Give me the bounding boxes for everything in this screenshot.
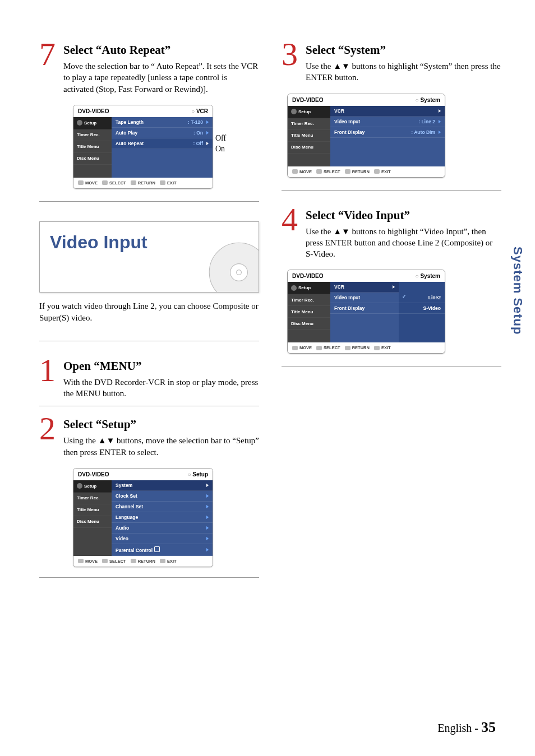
osd-sidebar: Setup Timer Rec. Title Menu Disc Menu bbox=[288, 106, 330, 166]
sidebar-item-title-menu: Title Menu bbox=[288, 130, 330, 142]
sidebar-item-timer-rec: Timer Rec. bbox=[73, 493, 112, 504]
step-3: 3 Select “System” Use the ▲▼ buttons to … bbox=[282, 42, 501, 84]
key-icon bbox=[292, 169, 298, 174]
key-icon bbox=[78, 559, 84, 563]
row-front-display: Front Display: Auto Dim bbox=[330, 127, 445, 138]
chevron-right-icon bbox=[206, 537, 209, 540]
page-footer: English - 35 bbox=[437, 719, 496, 736]
osd-sidebar: Setup Timer Rec. Title Menu Disc Menu bbox=[73, 117, 112, 178]
sidebar-item-disc-menu: Disc Menu bbox=[73, 153, 112, 165]
key-icon bbox=[131, 180, 136, 185]
chevron-right-icon bbox=[206, 526, 209, 530]
osd-footer-hints: MOVE SELECT RETURN EXIT bbox=[73, 556, 213, 567]
row-system: System bbox=[112, 480, 213, 491]
row-video-input: Video Input: Line 2 bbox=[330, 117, 445, 127]
gear-icon bbox=[291, 109, 297, 114]
separator bbox=[39, 201, 259, 202]
chevron-right-icon bbox=[206, 516, 209, 519]
option-s-video: S-Video bbox=[399, 303, 445, 314]
osd-device-label: DVD-VIDEO bbox=[78, 108, 109, 114]
osd-footer-hints: MOVE SELECT RETURN EXIT bbox=[288, 166, 445, 177]
chevron-right-icon bbox=[393, 285, 395, 289]
osd-section-label: System bbox=[416, 273, 440, 279]
row-tape-length: Tape Length: T-120 bbox=[112, 117, 213, 128]
chevron-right-icon bbox=[206, 120, 209, 124]
osd-options-panel: x Line2 S-Video bbox=[399, 282, 445, 342]
separator bbox=[282, 190, 501, 191]
sidebar-item-timer-rec: Timer Rec. bbox=[288, 294, 330, 306]
osd-footer-hints: MOVE SELECT RETURN EXIT bbox=[288, 342, 445, 353]
key-icon bbox=[345, 169, 350, 174]
disc-icon bbox=[208, 242, 259, 293]
side-tab-label: System Setup bbox=[510, 247, 525, 335]
key-icon bbox=[131, 559, 136, 563]
check-icon bbox=[403, 295, 407, 300]
row-parental-control: Parental Control bbox=[112, 544, 213, 556]
step-number: 4 bbox=[282, 207, 298, 232]
osd-sidebar: Setup Timer Rec. Title Menu Disc Menu bbox=[73, 480, 112, 556]
step-number: 1 bbox=[39, 358, 56, 383]
separator bbox=[282, 366, 501, 367]
key-icon bbox=[78, 180, 84, 185]
row-vcr-header: VCR bbox=[330, 106, 445, 117]
row-front-display: Front Display bbox=[330, 303, 399, 314]
osd-section-label: VCR bbox=[191, 108, 208, 114]
key-icon bbox=[374, 169, 380, 174]
osd-device-label: DVD-VIDEO bbox=[78, 471, 109, 477]
sidebar-item-title-menu: Title Menu bbox=[288, 306, 330, 318]
gear-icon bbox=[77, 120, 82, 126]
sidebar-item-timer-rec: Timer Rec. bbox=[73, 129, 112, 141]
sidebar-item-title-menu: Title Menu bbox=[73, 141, 112, 153]
key-icon bbox=[160, 180, 165, 185]
key-icon bbox=[102, 180, 108, 185]
key-icon bbox=[292, 346, 298, 350]
sidebar-item-disc-menu: Disc Menu bbox=[73, 516, 112, 528]
gear-icon bbox=[77, 483, 82, 489]
chevron-right-icon bbox=[206, 142, 209, 145]
separator bbox=[39, 341, 259, 341]
chevron-right-icon bbox=[439, 131, 441, 134]
row-vcr-header: VCR bbox=[330, 282, 399, 293]
key-icon bbox=[374, 346, 380, 350]
step-description: Use the ▲▼ buttons to highlight “System”… bbox=[306, 61, 501, 84]
step-title: Open “MENU” bbox=[63, 359, 259, 373]
chevron-right-icon bbox=[206, 548, 209, 551]
step-title: Select “Video Input” bbox=[306, 208, 501, 222]
row-language: Language bbox=[112, 512, 213, 523]
section-description: If you watch video through Line 2, you c… bbox=[39, 300, 259, 324]
row-auto-play: Auto Play: On bbox=[112, 128, 213, 138]
step-title: Select “Setup” bbox=[63, 418, 259, 432]
osd-footer-hints: MOVE SELECT RETURN EXIT bbox=[73, 178, 213, 188]
key-icon bbox=[316, 346, 322, 350]
step-7: 7 Select “Auto Repeat” Move the selectio… bbox=[39, 42, 259, 95]
sidebar-item-disc-menu: Disc Menu bbox=[288, 142, 330, 154]
key-icon bbox=[316, 169, 322, 174]
step-1: 1 Open “MENU” With the DVD Recorder-VCR … bbox=[39, 358, 259, 400]
chevron-right-icon bbox=[206, 505, 209, 508]
sidebar-item-setup: Setup bbox=[73, 480, 112, 493]
footer-page-number: 35 bbox=[481, 719, 496, 735]
osd-sidebar: Setup Timer Rec. Title Menu Disc Menu bbox=[288, 282, 330, 342]
osd-main-panel: System Clock Set Channel Set Language Au… bbox=[112, 480, 213, 556]
step-description: With the DVD Recorder-VCR in stop or pla… bbox=[63, 377, 259, 400]
sidebar-item-setup: Setup bbox=[73, 117, 112, 129]
osd-device-label: DVD-VIDEO bbox=[292, 97, 324, 103]
step-description: Use the ▲▼ buttons to highlight “Video I… bbox=[306, 226, 501, 260]
osd-main-panel: VCR Video Input: Line 2 Front Display: A… bbox=[330, 106, 445, 166]
row-audio: Audio bbox=[112, 523, 213, 534]
row-video-input: Video Input bbox=[330, 293, 399, 303]
video-input-panel: Video Input bbox=[39, 221, 259, 293]
osd-section-label: Setup bbox=[187, 471, 208, 477]
chevron-right-icon bbox=[206, 494, 209, 498]
svg-point-2 bbox=[237, 270, 242, 275]
step-number: 3 bbox=[282, 42, 298, 67]
osd-main-panel: VCR Video Input Front Display bbox=[330, 282, 399, 342]
sidebar-item-disc-menu: Disc Menu bbox=[288, 318, 330, 330]
chevron-right-icon bbox=[439, 120, 441, 123]
step-description: Move the selection bar to “ Auto Repeat”… bbox=[63, 61, 259, 95]
key-icon bbox=[345, 346, 350, 350]
sidebar-item-setup: Setup bbox=[288, 282, 330, 294]
row-auto-repeat: Auto Repeat: Off bbox=[112, 138, 213, 149]
osd-screenshot-system: DVD-VIDEO System Setup Timer Rec. Title … bbox=[287, 94, 445, 178]
step-number: 7 bbox=[39, 42, 56, 67]
